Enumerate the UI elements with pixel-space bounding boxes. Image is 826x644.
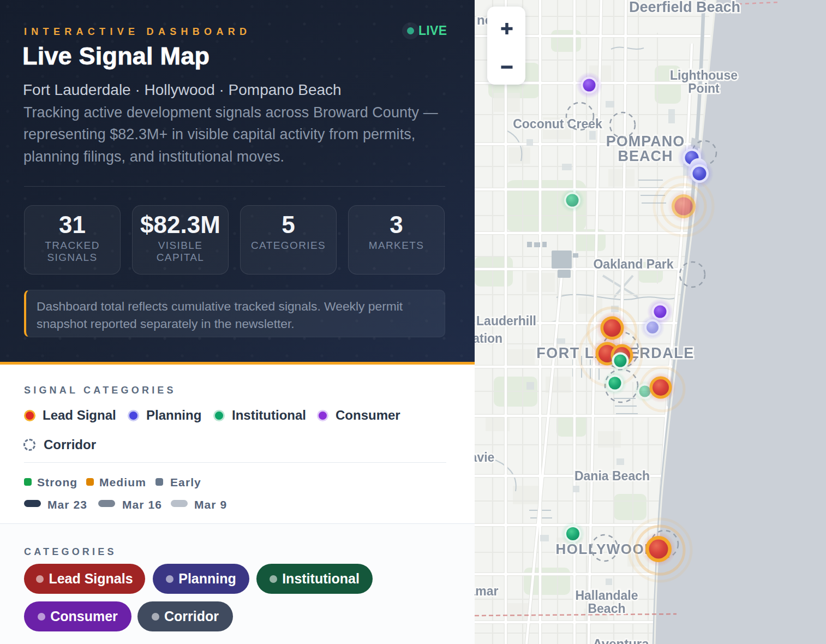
svg-text:POMPANO: POMPANO: [606, 133, 685, 150]
svg-text:Oakland Park: Oakland Park: [593, 257, 673, 271]
svg-text:Point: Point: [688, 81, 720, 96]
svg-text:Dania Beach: Dania Beach: [574, 469, 650, 483]
svg-text:Lauderhill: Lauderhill: [476, 314, 536, 328]
svg-text:Hallandale: Hallandale: [575, 588, 638, 603]
svg-text:Plantation: Plantation: [475, 331, 502, 345]
svg-text:BEACH: BEACH: [618, 148, 673, 164]
svg-text:Coconut Creek: Coconut Creek: [513, 117, 602, 131]
svg-text:Deerfield Beach: Deerfield Beach: [629, 0, 740, 15]
svg-text:Miramar: Miramar: [475, 584, 499, 598]
svg-text:Aventura: Aventura: [592, 636, 649, 644]
svg-text:Lighthouse: Lighthouse: [670, 68, 738, 82]
svg-text:Beach: Beach: [588, 601, 625, 616]
svg-text:Davie: Davie: [475, 450, 494, 464]
